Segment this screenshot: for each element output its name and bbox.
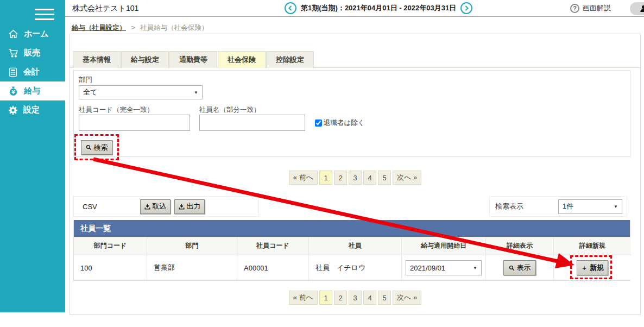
csv-import-button[interactable]: 取込 xyxy=(140,199,171,214)
user-icon xyxy=(640,5,644,12)
tab-deduction-settings[interactable]: 控除設定 xyxy=(266,51,314,68)
employee-table: 社員一覧 部門コード 部門 社員コード 社員 給与適用開始日 詳細表示 詳細新規… xyxy=(73,220,630,281)
column-header-emp-code: 社員コード xyxy=(237,237,309,255)
sidebar-item-home[interactable]: ホーム xyxy=(0,24,65,43)
display-count-value: 1件 xyxy=(563,202,573,211)
department-select-value: 全て xyxy=(83,87,97,97)
fiscal-period-label: 第1期(当期)：2021年04月01日 - 2022年03月31日 xyxy=(301,3,456,13)
pagination-top: « 前へ 1 2 3 4 5 次へ » xyxy=(70,171,640,185)
csv-toolbar: CSV 取込 出力 xyxy=(73,196,259,217)
screen-help-button[interactable]: ? 画面解説 xyxy=(570,3,611,13)
sidebar-item-label: 会計 xyxy=(23,67,40,77)
pagination-prev-button[interactable]: « 前へ xyxy=(289,291,318,305)
csv-export-label: 出力 xyxy=(187,202,201,211)
home-icon xyxy=(8,29,18,39)
breadcrumb-current: 社員給与（社会保険） xyxy=(140,24,208,32)
svg-text:¥: ¥ xyxy=(11,90,15,95)
tab-commuting-expenses[interactable]: 通勤費等 xyxy=(169,51,217,68)
sidebar-item-accounting[interactable]: 会計 xyxy=(0,62,65,81)
detail-show-button[interactable]: 表示 xyxy=(503,260,536,275)
column-header-detail-new: 詳細新規 xyxy=(554,237,631,255)
sidebar-item-label: 販売 xyxy=(24,48,40,58)
pagination-page-1[interactable]: 1 xyxy=(319,291,332,305)
pagination-page-5[interactable]: 5 xyxy=(378,171,391,185)
tab-label: 通勤費等 xyxy=(179,55,207,65)
pagination-prev-button[interactable]: « 前へ xyxy=(289,171,318,185)
department-label: 部門 xyxy=(79,76,92,85)
pagination-page-1[interactable]: 1 xyxy=(319,171,332,185)
csv-import-label: 取込 xyxy=(153,202,167,211)
page-number: 5 xyxy=(382,294,386,302)
page-number: 4 xyxy=(368,174,371,182)
page-number: 4 xyxy=(368,294,371,302)
search-button[interactable]: 検索 xyxy=(81,140,112,155)
employee-name-input[interactable] xyxy=(199,115,305,131)
tab-label: 社会保険 xyxy=(228,55,256,65)
magnifier-icon xyxy=(509,265,515,271)
pagination-next-button[interactable]: 次へ » xyxy=(393,291,421,305)
pagination-page-4[interactable]: 4 xyxy=(363,171,376,185)
chevron-right-icon xyxy=(464,5,469,11)
tab-label: 基本情報 xyxy=(83,55,111,65)
pagination-next-label: 次へ » xyxy=(397,293,417,303)
sidebar-item-label: 給与 xyxy=(24,86,40,96)
column-header-dept: 部門 xyxy=(147,237,237,255)
search-button-label: 検索 xyxy=(94,143,108,153)
breadcrumb: 給与（社員設定） > 社員給与（社会保険） xyxy=(72,23,208,33)
cell-employee-name: 社員 イチロウ xyxy=(309,255,402,280)
column-header-employee: 社員 xyxy=(309,237,402,255)
employee-table-title: 社員一覧 xyxy=(74,220,630,237)
tab-label: 給与設定 xyxy=(131,55,159,65)
chevron-down-icon: ▼ xyxy=(473,266,477,271)
detail-new-button[interactable]: ＋ 新規 xyxy=(577,260,608,275)
sidebar-item-sales[interactable]: 販売 xyxy=(0,43,65,62)
table-row: 100 営業部 A00001 社員 イチロウ 2021/09/01 ▼ xyxy=(74,255,630,280)
pagination-prev-label: « 前へ xyxy=(293,293,313,303)
hamburger-menu-icon[interactable] xyxy=(35,9,54,23)
cell-start-date: 2021/09/01 ▼ xyxy=(402,255,486,280)
exclude-retired-checkbox[interactable] xyxy=(315,120,322,127)
employee-code-input[interactable] xyxy=(79,115,190,131)
pagination-page-2[interactable]: 2 xyxy=(334,291,347,305)
display-count-label: 検索表示 xyxy=(495,202,523,211)
pagination-page-3[interactable]: 3 xyxy=(349,171,362,185)
screen-help-label: 画面解説 xyxy=(583,3,611,13)
tab-label: 控除設定 xyxy=(276,55,304,65)
start-date-select[interactable]: 2021/09/01 ▼ xyxy=(406,260,482,275)
tab-basic-info[interactable]: 基本情報 xyxy=(73,51,121,68)
exclude-retired-label: 退職者は除く xyxy=(324,118,365,128)
plus-icon: ＋ xyxy=(581,263,588,273)
cell-dept-code: 100 xyxy=(74,255,147,280)
pagination-page-4[interactable]: 4 xyxy=(363,291,376,305)
chevron-down-icon: ▼ xyxy=(194,90,198,95)
company-name: 株式会社テスト101 xyxy=(72,4,138,14)
sidebar-menu: ホーム 販売 xyxy=(0,24,65,120)
breadcrumb-parent-link[interactable]: 給与（社員設定） xyxy=(72,24,126,32)
pagination-page-2[interactable]: 2 xyxy=(334,171,347,185)
user-account-menu[interactable]: ▼ xyxy=(630,2,644,15)
page-number: 3 xyxy=(353,294,357,302)
import-icon xyxy=(144,204,150,210)
csv-export-button[interactable]: 出力 xyxy=(174,199,205,214)
pagination-bottom: « 前へ 1 2 3 4 5 次へ » xyxy=(70,291,640,305)
sidebar-item-payroll[interactable]: ¥ 給与 xyxy=(0,81,65,100)
column-header-start-date: 給与適用開始日 xyxy=(402,237,486,255)
display-count-select[interactable]: 1件 ▼ xyxy=(558,199,622,214)
pagination-page-5[interactable]: 5 xyxy=(378,291,391,305)
chevron-down-icon: ▼ xyxy=(614,204,618,209)
department-select[interactable]: 全て ▼ xyxy=(79,85,203,99)
start-date-value: 2021/09/01 xyxy=(410,264,445,272)
next-period-button[interactable] xyxy=(460,2,472,14)
pagination-page-3[interactable]: 3 xyxy=(349,291,362,305)
pagination-next-button[interactable]: 次へ » xyxy=(393,171,421,185)
cell-employee-code: A00001 xyxy=(237,255,309,280)
chevron-left-icon xyxy=(288,5,293,11)
calculator-icon xyxy=(8,67,18,77)
sidebar-item-label: 設定 xyxy=(23,105,40,115)
cell-detail-new: ＋ 新規 xyxy=(554,255,631,280)
sidebar-item-settings[interactable]: 設定 xyxy=(0,100,65,120)
moneybag-icon: ¥ xyxy=(8,86,18,96)
tab-social-insurance[interactable]: 社会保険 xyxy=(218,51,266,68)
tab-salary-settings[interactable]: 給与設定 xyxy=(121,51,169,68)
previous-period-button[interactable] xyxy=(285,2,296,14)
